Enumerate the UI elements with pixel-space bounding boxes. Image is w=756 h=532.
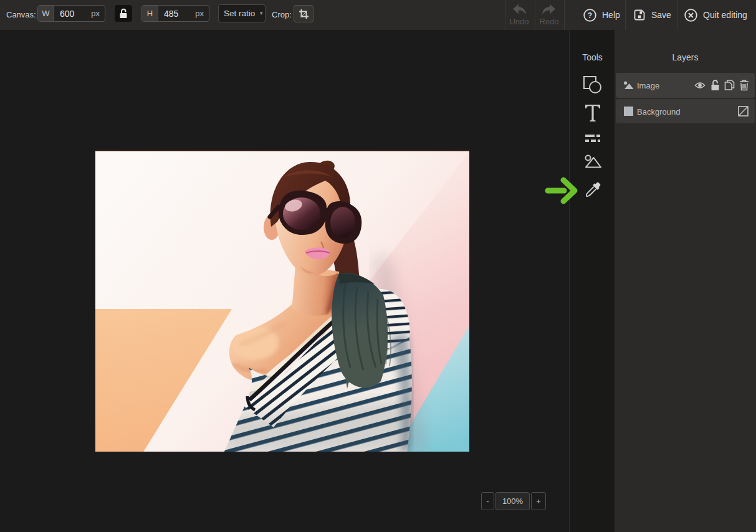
svg-text:?: ? xyxy=(588,11,592,20)
